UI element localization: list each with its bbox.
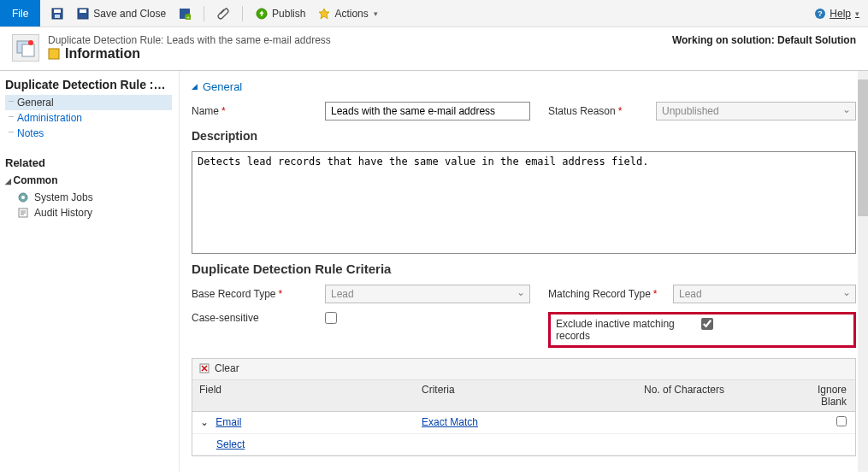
base-type-label: Base Record Type*: [192, 288, 320, 300]
criteria-link[interactable]: Exact Match: [422, 416, 478, 428]
criteria-cell: [415, 434, 637, 455]
clear-button[interactable]: Clear: [198, 361, 239, 375]
col-ignore: Ignore Blank: [808, 380, 855, 411]
save-icon: [50, 7, 64, 21]
status-label: Status Reason*: [548, 105, 651, 117]
table-row: ⌄ Email Exact Match: [192, 412, 855, 434]
name-label: Name*: [192, 105, 320, 117]
page-header: Duplicate Detection Rule: Leads with the…: [0, 27, 868, 71]
field-link[interactable]: Email: [216, 416, 241, 428]
svg-text:+: +: [186, 15, 190, 20]
case-sensitive-label: Case-sensitive: [192, 312, 320, 324]
separator: [204, 6, 204, 21]
description-label: Description: [192, 129, 856, 143]
svg-rect-4: [80, 9, 86, 13]
page-title: Information: [65, 46, 140, 62]
col-criteria: Criteria: [415, 380, 637, 411]
ribbon-items: Save and Close + Publish Actions ▾: [40, 0, 813, 26]
exclude-highlight: Exclude inactive matching records: [548, 312, 856, 348]
chars-cell: [637, 412, 808, 433]
related-item-label: System Jobs: [34, 191, 93, 203]
chevron-down-icon: ▾: [855, 9, 859, 18]
svg-text:?: ?: [818, 9, 824, 18]
scrollbar-thumb[interactable]: [858, 79, 868, 216]
solution-label: Working on solution: Default Solution: [672, 34, 856, 46]
grid-toolbar: Clear: [192, 359, 855, 380]
row-expand-icon[interactable]: ⌄: [199, 416, 210, 428]
case-sensitive-checkbox[interactable]: [325, 312, 337, 324]
entity-icon: [12, 34, 39, 62]
ignore-cell: [808, 434, 855, 455]
sidebar-crumb: Duplicate Detection Rule :…: [5, 78, 172, 91]
description-textarea[interactable]: [192, 151, 856, 254]
related-group-common[interactable]: Common: [5, 174, 172, 186]
file-button[interactable]: File: [0, 0, 40, 26]
svg-rect-12: [22, 44, 34, 56]
publish-label: Publish: [272, 8, 305, 20]
publish-icon: [255, 7, 269, 21]
table-row: Select: [192, 434, 855, 455]
actions-button[interactable]: Actions ▾: [314, 5, 381, 22]
matching-type-label: Matching Record Type*: [548, 288, 668, 300]
chars-cell: [637, 434, 808, 455]
section-general[interactable]: General: [192, 80, 242, 93]
sidebar: Duplicate Detection Rule :… General Admi…: [0, 71, 180, 472]
content: General Name* Status Reason* Description…: [180, 71, 868, 472]
svg-rect-14: [49, 49, 59, 59]
save-new-button[interactable]: +: [174, 5, 195, 22]
clear-icon: [198, 361, 211, 375]
chevron-down-icon: ▾: [374, 9, 378, 18]
criteria-grid: Clear Field Criteria No. of Characters I…: [192, 358, 856, 456]
save-new-icon: +: [178, 7, 192, 21]
scrollbar[interactable]: [858, 71, 868, 472]
related-item-label: Audit History: [34, 207, 92, 219]
ribbon-right: ? Help ▾: [813, 0, 868, 26]
save-close-icon: [76, 7, 90, 21]
ignore-blank-checkbox[interactable]: [836, 416, 847, 426]
related-item-system-jobs[interactable]: System Jobs: [5, 190, 172, 205]
matching-type-select[interactable]: [673, 285, 856, 303]
gear-icon: [17, 191, 29, 203]
save-button[interactable]: [47, 5, 68, 22]
exclude-checkbox[interactable]: [701, 318, 713, 330]
sidebar-item-administration[interactable]: Administration: [5, 110, 172, 126]
separator: [242, 6, 243, 21]
save-and-close-button[interactable]: Save and Close: [73, 5, 169, 22]
entity-breadcrumb: Duplicate Detection Rule: Leads with the…: [48, 34, 331, 46]
paperclip-icon: [216, 7, 230, 21]
grid-header: Field Criteria No. of Characters Ignore …: [192, 380, 855, 412]
col-field: Field: [192, 380, 415, 411]
ribbon: File Save and Close +: [0, 0, 868, 27]
history-icon: [17, 207, 29, 219]
criteria-title: Duplicate Detection Rule Criteria: [192, 262, 856, 276]
save-and-close-label: Save and Close: [93, 8, 166, 20]
svg-point-13: [28, 40, 33, 45]
svg-rect-2: [55, 15, 60, 18]
svg-point-16: [21, 196, 25, 199]
related-header: Related: [5, 156, 172, 169]
clear-label: Clear: [215, 362, 239, 374]
main: Duplicate Detection Rule :… General Admi…: [0, 71, 868, 472]
actions-label: Actions: [334, 8, 368, 20]
related-item-audit-history[interactable]: Audit History: [5, 205, 172, 220]
status-select[interactable]: [656, 102, 856, 120]
publish-button[interactable]: Publish: [251, 5, 309, 22]
attach-button[interactable]: [213, 5, 233, 22]
sidebar-item-general[interactable]: General: [5, 95, 172, 110]
sidebar-item-notes[interactable]: Notes: [5, 126, 172, 141]
svg-rect-1: [54, 9, 61, 13]
name-input[interactable]: [325, 102, 530, 120]
help-button[interactable]: ? Help ▾: [813, 7, 859, 21]
exclude-label: Exclude inactive matching records: [556, 318, 693, 342]
actions-icon: [317, 7, 331, 21]
help-label: Help: [830, 8, 851, 20]
select-link[interactable]: Select: [216, 438, 245, 450]
info-icon: [48, 48, 60, 60]
base-type-select[interactable]: [325, 285, 530, 303]
help-icon: ?: [813, 7, 827, 21]
col-chars: No. of Characters: [637, 380, 808, 411]
